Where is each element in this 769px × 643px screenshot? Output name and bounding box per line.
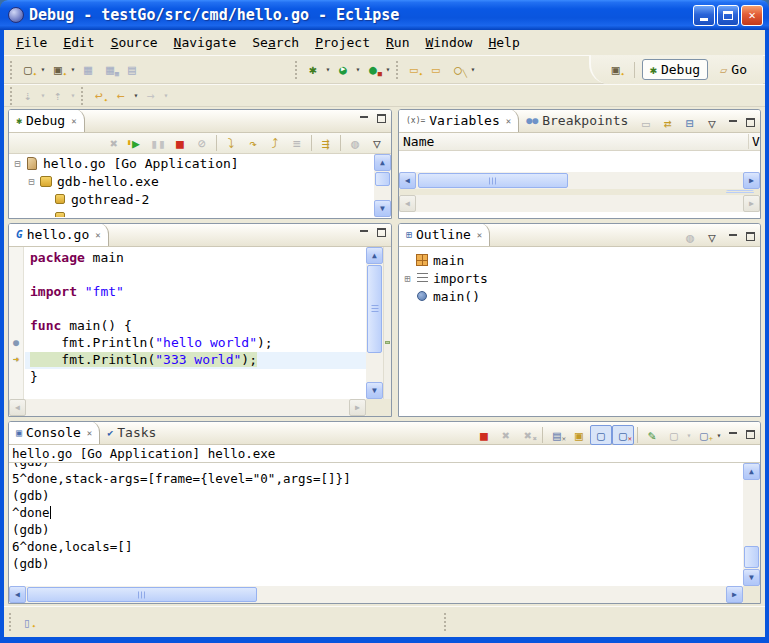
menu-window[interactable]: Window	[417, 32, 480, 53]
code-line[interactable]: func main() {	[25, 318, 366, 335]
maximize-view-icon[interactable]	[743, 117, 757, 130]
code-line[interactable]	[25, 301, 366, 318]
step-return-icon[interactable]: ⤴	[264, 133, 286, 153]
code-line[interactable]	[25, 267, 366, 284]
tree-item[interactable]	[9, 208, 374, 217]
scroll-right-icon[interactable]: ▶	[726, 586, 743, 603]
editor-vscroll-thumb[interactable]	[367, 265, 382, 353]
console-hscroll-thumb[interactable]	[27, 587, 257, 602]
minimize-view-icon[interactable]	[726, 429, 740, 442]
minimize-view-icon[interactable]	[726, 231, 740, 244]
minimize-view-icon[interactable]	[357, 227, 371, 240]
maximize-button[interactable]	[717, 5, 739, 26]
pin-console-icon[interactable]: ✎	[641, 425, 663, 445]
minimize-button[interactable]	[693, 5, 715, 26]
scroll-left-icon[interactable]: ◀	[9, 586, 26, 603]
scroll-up-icon[interactable]: ▲	[366, 247, 383, 264]
step-over-icon[interactable]: ↷	[242, 133, 264, 153]
scroll-right-icon[interactable]: ▶	[743, 172, 760, 189]
menu-file[interactable]: File	[8, 32, 55, 53]
code-line[interactable]: fmt.Println("333 world");	[25, 352, 366, 369]
new-wizard-dropdown-icon[interactable]: ▾	[39, 65, 47, 74]
editor-marker-ruler[interactable]: ●➜	[9, 247, 24, 399]
outline-tree[interactable]: main⊞importsmain()	[399, 247, 760, 416]
debug-vscroll-thumb[interactable]	[375, 172, 390, 186]
maximize-view-icon[interactable]	[743, 231, 757, 244]
menu-search[interactable]: Search	[244, 32, 307, 53]
back-dropdown-icon[interactable]: ▾	[132, 91, 140, 100]
column-name[interactable]: Name	[399, 134, 748, 149]
minimize-view-icon[interactable]	[726, 117, 740, 130]
show-logical-structure-icon[interactable]: ⇄	[657, 113, 679, 133]
variables-table-body[interactable]	[399, 151, 760, 172]
scroll-lock-icon[interactable]: ▣	[568, 425, 590, 445]
terminate-icon[interactable]: ■	[473, 425, 495, 445]
tree-item[interactable]: main	[399, 251, 760, 269]
run-external-tools-dropdown-icon[interactable]: ▾	[384, 65, 392, 74]
open-perspective-icon[interactable]: ▣✦	[605, 60, 627, 80]
tree-item[interactable]: main()	[399, 287, 760, 305]
debug-tree[interactable]: ⊟hello.go [Go Application]⊟gdb-hello.exe…	[9, 154, 391, 217]
debug-icon[interactable]: ✱	[302, 60, 324, 80]
editor-overview-ruler[interactable]	[383, 247, 391, 399]
open-task-icon[interactable]: ▭✦	[403, 60, 425, 80]
debug-dropdown-icon[interactable]: ▾	[324, 65, 332, 74]
menu-source[interactable]: Source	[103, 32, 166, 53]
code-line[interactable]: import "fmt"	[25, 284, 366, 301]
perspective-go-button[interactable]: ▱Go	[712, 59, 755, 80]
tree-item[interactable]: ⊟hello.go [Go Application]	[9, 154, 374, 172]
perspective-debug-button[interactable]: ✱Debug	[642, 59, 708, 80]
code-line[interactable]: fmt.Println("hello world");	[25, 335, 366, 352]
view-menu-chevron-icon[interactable]: ▽	[366, 133, 388, 153]
editor-vscrollbar[interactable]: ▲ ▼	[366, 247, 383, 399]
menu-project[interactable]: Project	[307, 32, 378, 53]
debug-vscrollbar[interactable]: ▲ ▼	[374, 154, 391, 217]
console-vscroll-thumb[interactable]	[744, 546, 759, 568]
run-icon[interactable]: ●▶	[332, 60, 354, 80]
close-icon[interactable]: ✕	[95, 230, 100, 240]
last-edit-location-icon[interactable]: ↩✦	[88, 86, 110, 106]
console-vscrollbar[interactable]: ▲ ▼	[743, 463, 760, 586]
show-on-stderr-icon[interactable]: ▢✕	[612, 425, 634, 445]
open-resource-icon[interactable]: ▭	[425, 60, 447, 80]
tab-hello-go[interactable]: G hello.go ✕	[9, 223, 109, 246]
console-hscrollbar[interactable]: ◀ ▶	[9, 586, 743, 603]
tab-tasks[interactable]: ✔ Tasks	[100, 421, 163, 444]
resume-icon[interactable]: ▶▮	[125, 133, 147, 153]
menu-navigate[interactable]: Navigate	[166, 32, 245, 53]
variables-table-header[interactable]: Name V	[399, 133, 760, 151]
view-menu-chevron-icon[interactable]: ▽	[701, 113, 723, 133]
console-output[interactable]: (gdb)5^done,stack-args=[frame={level="0"…	[9, 463, 743, 586]
breakpoint-icon[interactable]: ●	[10, 335, 22, 350]
code-area[interactable]: package mainimport "fmt"func main() { fm…	[25, 247, 366, 399]
maximize-view-icon[interactable]	[374, 113, 388, 126]
close-icon[interactable]: ✕	[477, 230, 482, 240]
launch-shortcut-icon[interactable]: ▯✦	[16, 612, 38, 632]
search-icon[interactable]: ○╲	[447, 60, 469, 80]
new-type-wizard-dropdown-icon[interactable]: ▾	[69, 65, 77, 74]
scroll-up-icon[interactable]: ▲	[743, 463, 760, 480]
menu-edit[interactable]: Edit	[55, 32, 102, 53]
collapse-all-icon[interactable]: ⊟	[679, 113, 701, 133]
new-type-wizard-icon[interactable]: ▣✦	[47, 60, 69, 80]
expander-minus-icon[interactable]: ⊟	[11, 158, 24, 169]
use-step-filters-icon[interactable]: ⇶	[315, 133, 337, 153]
menu-help[interactable]: Help	[480, 32, 527, 53]
scroll-up-icon[interactable]: ▲	[374, 154, 391, 171]
terminate-icon[interactable]: ■	[169, 133, 191, 153]
maximize-view-icon[interactable]	[743, 429, 757, 442]
tree-item[interactable]: gothread-2	[9, 190, 374, 208]
run-dropdown-icon[interactable]: ▾	[354, 65, 362, 74]
title-bar[interactable]: Debug - testGo/src/cmd/hello.go - Eclips…	[0, 0, 769, 30]
view-menu-chevron-icon[interactable]: ▽	[701, 227, 723, 247]
new-wizard-icon[interactable]: ▢✦	[17, 60, 39, 80]
tab-breakpoints[interactable]: ●● Breakpoints	[519, 109, 635, 132]
open-console-dropdown-icon[interactable]: ▾	[715, 431, 723, 440]
code-line[interactable]: package main	[25, 250, 366, 267]
close-button[interactable]: ✕	[741, 5, 763, 26]
tree-item[interactable]: ⊟gdb-hello.exe	[9, 172, 374, 190]
tab-outline[interactable]: ⊞ Outline ✕	[399, 223, 490, 246]
search-dropdown-icon[interactable]: ▾	[469, 65, 477, 74]
tab-console[interactable]: ▣ Console ✕	[9, 421, 100, 444]
menu-run[interactable]: Run	[378, 32, 417, 53]
